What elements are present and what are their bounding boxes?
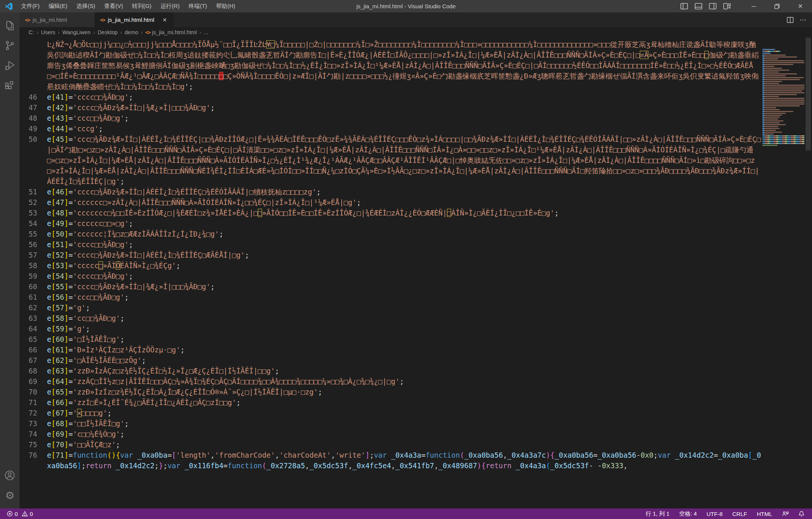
minimap-line — [762, 135, 804, 137]
code-line[interactable]: 73e[68]='□□Í½ÌÃÊÎ□g'; — [20, 418, 762, 429]
breadcrumb-users[interactable]: Users — [41, 29, 55, 35]
minimap-line — [762, 107, 776, 108]
code-text: e[64]='zzÂÇ□ÎÌ½z□z|ÂÎÎÊÍ□□□ÂÇ□¼»Ã¾Ï□¾ÉÇ□… — [47, 376, 762, 387]
code-line[interactable]: 61e[56]='ccc□□¾ÃÐ□g'; — [20, 292, 762, 302]
menu-run[interactable]: 运行(R) — [156, 0, 184, 12]
tab-bar: <> js_jia_mi.html <> js_jia_mi.html.html… — [20, 12, 812, 27]
code-line[interactable]: 63e[58]='cc□□¾ÃÐ□g'; — [20, 313, 762, 323]
menu-go[interactable]: 转到(G) — [127, 0, 156, 12]
feedback-icon[interactable] — [779, 511, 792, 517]
code-line[interactable]: 67e[62]='□ÀÏÈ½ÎÃÉÈ□□zÕg'; — [20, 355, 762, 366]
breadcrumb-desktop[interactable]: Desktop — [98, 29, 118, 35]
code-line[interactable]: 52e[47]='cccccc□»zÂÌ¿À□|ÂÎÎÊ□□□ÑÑÑ□À»ÃÌÓ… — [20, 197, 762, 208]
code-text: e[57]='g'; — [47, 302, 762, 313]
code-line[interactable]: 56e[51]='cccc□□¾ÃÐ□g'; — [20, 239, 762, 250]
code-text: e[49]='cccccc□□»□g'; — [47, 218, 762, 229]
find-match: Ó — [116, 261, 120, 270]
code-line[interactable]: 64e[59]='g'; — [20, 323, 762, 334]
code-text: e[47]='cccccc□»zÂÌ¿À□|ÂÎÎÊ□□□ÑÑÑ□À»ÃÌÓÍÉ… — [47, 197, 762, 208]
tab-label: js_jia_mi.html.html — [108, 17, 154, 23]
code-line[interactable]: 55e[50]='cccccc¦Î¾□z□ÆÆzÌÃÁÂÎÍzÌ¿Í¿ÌÐ¿¾□… — [20, 229, 762, 239]
minimap[interactable] — [762, 49, 804, 147]
code-line[interactable]: 62e[57]='g'; — [20, 302, 762, 313]
menu-file[interactable]: 文件(F) — [17, 0, 44, 12]
code-line[interactable]: 51e[46]='cccc□¾ÃÐz¾Æ»ÍÍ□|ÀÉÉÎ¿Ì□¾ÉÎÎÉÇ□¾… — [20, 187, 762, 197]
close-tab-icon[interactable]: ✕ — [161, 16, 168, 24]
breadcrumb-wangliwen[interactable]: WangLiwen — [62, 29, 91, 35]
more-actions-icon[interactable]: ⋯ — [800, 16, 807, 24]
code-line[interactable]: 66e[61]='Ð»Ìz¹ÂÇÎz□z¹ÂÇÎzÖÖzµ·□g'; — [20, 344, 762, 355]
account-icon[interactable] — [1, 466, 19, 484]
code-line[interactable]: 74e[69]='c□□¼É¾Ó□g'; — [20, 429, 762, 439]
breadcrumb-tail[interactable]: ... — [204, 29, 208, 35]
code-line[interactable]: 71e[66]='zzÍ□Ê»Ì¿ÈÎ¨É¾¿□ÃÈÍ¿ÌÎ□¿ÀÉÌ¿□ÂÇ□… — [20, 397, 762, 408]
menu-help[interactable]: 帮助(H) — [212, 0, 240, 12]
tab-js-jia-mi-html[interactable]: <> js_jia_mi.html — [20, 12, 95, 27]
code-line[interactable]: 46e[41]='cccc□□¾ÃÐ□g'; — [20, 92, 762, 102]
line-number: 63 — [20, 313, 47, 323]
toggle-secondary-sidebar-icon[interactable] — [709, 3, 717, 9]
problems-indicator[interactable]: 0 0 — [5, 511, 35, 517]
code-line[interactable]: 60e[55]='cccc□¾ÃÐz¾Æ»ÍÍ□|¾Æ¿»Ì|□□□¾ÃÐ□g'… — [20, 281, 762, 292]
split-editor-icon[interactable] — [787, 17, 794, 23]
toggle-panel-icon[interactable] — [695, 3, 702, 9]
code-line[interactable]: 72e[67]='×□□□□g'; — [20, 408, 762, 418]
line-number: 70 — [20, 387, 47, 397]
code-line[interactable]: 76e[71]=function(){var _0xa0ba=['length'… — [20, 450, 762, 471]
run-debug-icon[interactable] — [1, 57, 19, 75]
code-line[interactable]: 57e[52]='cccc□¾ÃÐz¾Æ»ÍÍ□|ÀÉÉÎ¿Ì□¾ÉÎÎÉÇ□Æ… — [20, 250, 762, 260]
settings-gear-icon[interactable]: ⚙ — [1, 487, 19, 505]
toggle-sidebar-icon[interactable] — [680, 3, 688, 9]
code-line[interactable]: 75e[70]='□□ÂÎÇÆ□z'; — [20, 439, 762, 450]
tab-js-jia-mi-html-html[interactable]: <> js_jia_mi.html.html ✕ — [95, 12, 174, 27]
scrollbar-thumb[interactable] — [806, 38, 811, 150]
code-line[interactable]: 65e[60]='□Í½ÌÃÊÎ□g'; — [20, 334, 762, 344]
code-text: e[42]='cccc□¾ÃÐz¾Æ»ÍÍ□|¾Æ¿»Ì|□□□¾ÃÐ□g'; — [47, 102, 762, 113]
breadcrumb-demo[interactable]: demo — [125, 29, 138, 35]
line-number: 52 — [20, 197, 47, 208]
close-window-button[interactable]: ✕ — [789, 0, 812, 12]
vertical-scrollbar[interactable] — [804, 38, 812, 508]
code-line[interactable]: 59e[54]='cccc□□¾ÃÐ□g'; — [20, 271, 762, 281]
breadcrumb-drive[interactable]: C: — [29, 29, 34, 35]
source-control-icon[interactable] — [1, 36, 19, 55]
code-editor[interactable]: Ŀ¿ŃŻ¬¿Å□ŎĿ□□jj¼□□¿□½□□□jj¼□□□Å□□□□¼ÏŎÅμ½… — [20, 38, 812, 508]
find-match: □ — [447, 209, 451, 217]
code-line[interactable]: 47e[42]='cccc□¾ÃÐz¾Æ»ÍÍ□|¾Æ¿»Ì|□□□¾ÃÐ□g'… — [20, 102, 762, 113]
eol-sequence[interactable]: CRLF — [729, 511, 750, 517]
breadcrumb-file[interactable]: js_jia_mi.html.html — [152, 29, 197, 35]
menu-view[interactable]: 查看(V) — [100, 0, 127, 12]
code-line[interactable]: 54e[49]='cccccc□□»□g'; — [20, 218, 762, 229]
code-line[interactable]: Ŀ¿ŃŻ¬¿Å□ŎĿ□□jj¼□□¿□½□□□jj¼□□□Å□□□□¼ÏŎÅμ½… — [20, 39, 762, 92]
minimap-line — [762, 79, 800, 80]
code-line[interactable]: 49e[44]='cccg'; — [20, 123, 762, 134]
code-line[interactable]: 58e[53]='ccccc□»ÃÌÓÉÀÎÑ»Ì¿□¾ÉÇg'; — [20, 260, 762, 271]
indentation[interactable]: 空格: 4 — [676, 510, 700, 517]
line-number: 62 — [20, 302, 47, 313]
explorer-icon[interactable] — [1, 16, 19, 34]
extensions-icon[interactable] — [1, 77, 19, 95]
cursor-position[interactable]: 行 1, 列 1 — [642, 510, 672, 517]
code-text: Ŀ¿ŃŻ¬¿Å□ŎĿ□□jj¼□□¿□½□□□jj¼□□□Å□□□□¼ÏŎÅμ½… — [47, 39, 762, 92]
code-line[interactable]: 50e[45]='ccc□¾ÃÐz¾Æ»ÍÍ□|ÀÉÉÎ¿Ì□¾ÉÎÎÉÇ|□□… — [20, 134, 762, 187]
minimap-line — [762, 83, 779, 84]
menu-selection[interactable]: 选择(S) — [72, 0, 100, 12]
code-line[interactable]: 48e[43]='ccc□□¾ÃÐ□g'; — [20, 113, 762, 123]
minimap-line — [762, 145, 777, 146]
restore-button[interactable] — [765, 0, 789, 12]
encoding[interactable]: UTF-8 — [703, 511, 726, 517]
customize-layout-icon[interactable] — [723, 3, 731, 9]
code-line[interactable]: 68e[63]='zzÐ»ÌzÂÇz□z¾É½ÏÇ¿ÈÎ□½Ì¿»Î¿□Æ¿Ç¿… — [20, 366, 762, 376]
line-number: 68 — [20, 366, 47, 376]
code-line[interactable]: 69e[64]='zzÂÇ□ÎÌ½z□z|ÂÎÎÊÍ□□□ÂÇ□¼»Ã¾Ï□¾É… — [20, 376, 762, 387]
code-text: e[69]='c□□¼É¾Ó□g'; — [47, 429, 762, 439]
minimize-button[interactable]: ─ — [742, 0, 765, 12]
notifications-bell-icon[interactable] — [795, 511, 807, 517]
chevron-right-icon: › — [198, 29, 203, 35]
menu-edit[interactable]: 编辑(E) — [44, 0, 72, 12]
code-line[interactable]: 70e[65]='zzÐ»ÌzÍz□z¾É½ÏÇ¿ÈÎ□Á¿Î□Æ¿Ç¿ÈÎÍ□… — [20, 387, 762, 397]
line-number: 58 — [20, 260, 47, 271]
language-mode[interactable]: HTML — [754, 511, 775, 517]
code-line[interactable]: 53e[48]='ccccccc□¾□□ÍÊ»ÈzÍÎÓÆ¿□|¾ÉÆÉÌ□z¾… — [20, 208, 762, 218]
menu-terminal[interactable]: 终端(T) — [184, 0, 212, 12]
